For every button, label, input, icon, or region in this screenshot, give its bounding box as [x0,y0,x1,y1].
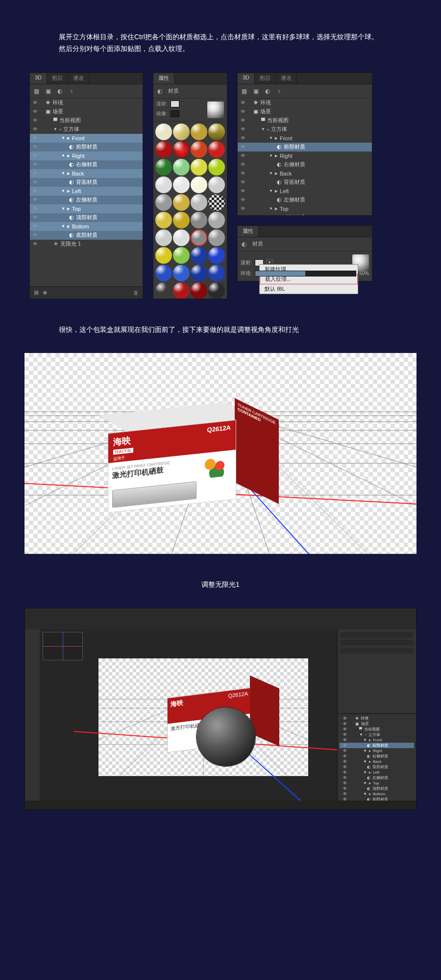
tree-item-立方体[interactable]: 👁▼▫立方体 [238,125,372,134]
tree-item-左侧材质[interactable]: 👁◐左侧材质 [238,196,372,204]
tree-item-Front[interactable]: 👁▼▸Front [30,134,143,143]
visibility-eye-icon[interactable]: 👁 [240,153,246,158]
opacity-slider[interactable] [255,271,356,276]
visibility-eye-icon[interactable]: 👁 [342,764,348,770]
ps-3d-panel-mini[interactable]: 👁❖环境👁▣场景👁▀当前视图👁▼▫立方体👁▼▸Front👁◐前部材质👁▼▸Rig… [338,714,416,809]
visibility-eye-icon[interactable]: 👁 [342,716,348,721]
visibility-eye-icon[interactable]: 👁 [240,118,246,123]
tree-item-Front[interactable]: 👁▼▸Front [238,134,372,143]
ps-toolbar[interactable] [25,629,40,801]
tree-item-左侧材质[interactable]: 👁◐左侧材质 [340,775,414,780]
material-mode-icon[interactable]: ◐ [241,241,247,248]
filter-scene-icon[interactable]: ▦ [33,88,40,95]
tree-item-Top[interactable]: 👁▼▸Top [30,204,143,213]
tab-3d[interactable]: 3D [30,73,47,84]
material-preview-sphere[interactable] [207,101,224,118]
secondary-view[interactable] [43,632,83,660]
material-swatch[interactable] [155,247,172,264]
tree-item-Right[interactable]: 👁▼▸Right [30,151,143,160]
tree-item-顶部材质[interactable]: 👁◐顶部材质 [238,213,372,215]
material-swatch[interactable] [173,247,190,264]
ps-menubar[interactable] [25,608,416,629]
material-swatch[interactable] [208,247,225,264]
tree-item-环境[interactable]: 👁❖环境 [30,99,143,107]
material-swatch[interactable] [191,247,207,264]
visibility-eye-icon[interactable]: 👁 [342,770,348,775]
material-swatch[interactable] [208,265,225,281]
tree-item-Right[interactable]: 👁▼▸Right [340,748,414,754]
tree-item-背面材质[interactable]: 👁◐背面材质 [30,178,143,187]
visibility-eye-icon[interactable]: 👁 [240,109,246,114]
material-swatch[interactable] [208,176,225,193]
tree-item-Back[interactable]: 👁▼▸Back [340,759,414,764]
visibility-eye-icon[interactable]: 👁 [240,171,246,176]
tab-layers[interactable]: 图层 [255,73,276,84]
visibility-eye-icon[interactable]: 👁 [240,179,246,185]
tree-item-右侧材质[interactable]: 👁◐右侧材质 [340,754,414,759]
filter-scene-icon[interactable]: ▦ [241,88,247,95]
material-swatch[interactable] [191,229,207,246]
visibility-eye-icon[interactable]: 👁 [32,153,39,158]
tree-item-当前视图[interactable]: 👁▀当前视图 [238,116,372,125]
tree-item-Left[interactable]: 👁▼▸Left [340,770,414,775]
tree-item-立方体[interactable]: 👁▼▫立方体 [340,732,414,737]
visibility-eye-icon[interactable]: 👁 [342,780,348,786]
material-swatch[interactable] [191,124,207,140]
visibility-eye-icon[interactable]: 👁 [342,737,348,743]
tree-item-Bottom[interactable]: 👁▼▸Bottom [340,791,414,797]
material-swatch[interactable] [191,265,207,281]
material-swatch[interactable] [191,159,207,176]
tree-item-背面材质[interactable]: 👁◐背面材质 [238,178,372,187]
tree-item-背面材质[interactable]: 👁◐背面材质 [340,764,414,770]
visibility-eye-icon[interactable]: 👁 [32,224,39,229]
material-swatch[interactable] [191,141,207,158]
tree-item-右侧材质[interactable]: 👁◐右侧材质 [238,160,372,169]
visibility-eye-icon[interactable]: 👁 [342,743,348,748]
visibility-eye-icon[interactable]: 👁 [32,232,39,238]
visibility-eye-icon[interactable]: 👁 [240,100,246,105]
tree-item-场景[interactable]: 👁▣场景 [30,107,143,116]
material-mode-icon[interactable]: ◐ [156,88,163,95]
filter-mesh-icon[interactable]: ▣ [252,88,259,95]
visibility-eye-icon[interactable]: 👁 [342,748,348,754]
ground-plane-icon[interactable]: ▦ [34,289,39,296]
filter-light-icon[interactable]: ♀ [276,88,283,95]
visibility-eye-icon[interactable]: 👁 [240,162,246,167]
material-swatch[interactable] [155,282,172,299]
filter-material-icon[interactable]: ◐ [264,88,271,95]
material-swatch[interactable] [173,265,190,281]
tree-item-Front[interactable]: 👁▼▸Front [340,737,414,743]
specular-swatch[interactable] [171,110,179,117]
tree-item-无限光 1[interactable]: 👁☀无限光 1 [30,240,143,249]
visibility-eye-icon[interactable]: 👁 [240,126,246,132]
tab-3d[interactable]: 3D [238,73,255,84]
visibility-eye-icon[interactable]: 👁 [342,727,348,732]
material-swatch[interactable] [191,176,207,193]
visibility-eye-icon[interactable]: 👁 [240,188,246,194]
material-swatch[interactable] [208,282,225,299]
visibility-eye-icon[interactable]: 👁 [32,135,39,141]
visibility-eye-icon[interactable]: 👁 [342,791,348,797]
material-swatch[interactable] [208,124,225,140]
tree-item-当前视图[interactable]: 👁▀当前视图 [340,727,414,732]
visibility-eye-icon[interactable]: 👁 [240,206,246,211]
material-swatch[interactable] [191,194,207,211]
tree-item-当前视图[interactable]: 👁▀当前视图 [30,116,143,125]
ps-panels-right[interactable]: 👁❖环境👁▣场景👁▀当前视图👁▼▫立方体👁▼▸Front👁◐前部材质👁▼▸Rig… [337,629,416,801]
material-swatch[interactable] [208,159,225,176]
material-swatch[interactable] [173,212,190,228]
visibility-eye-icon[interactable]: 👁 [342,754,348,759]
visibility-eye-icon[interactable]: 👁 [240,135,246,141]
tree-item-场景[interactable]: 👁▣场景 [238,107,372,116]
material-swatch[interactable] [155,265,172,281]
material-swatch[interactable] [208,229,225,246]
light-widget-sphere[interactable] [196,707,255,766]
material-swatch[interactable] [155,194,172,211]
visibility-eye-icon[interactable]: 👁 [32,188,39,194]
tab-layers[interactable]: 图层 [47,73,68,84]
visibility-eye-icon[interactable]: 👁 [32,126,39,132]
material-swatch[interactable] [173,176,190,193]
tree-item-顶部材质[interactable]: 👁◐顶部材质 [30,213,143,222]
tree-item-前部材质[interactable]: 👁◐前部材质 [30,143,143,151]
material-swatch[interactable] [173,229,190,246]
